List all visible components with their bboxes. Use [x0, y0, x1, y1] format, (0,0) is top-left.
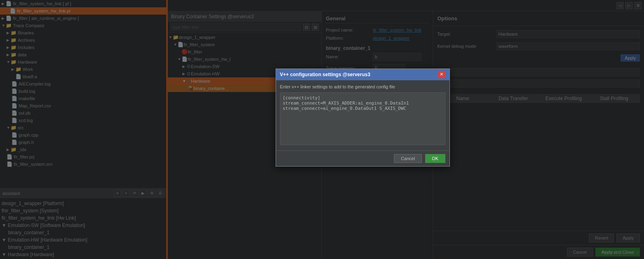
modal-ok-button[interactable]: OK: [425, 154, 445, 163]
modal-textarea[interactable]: [connectivity] stream_connect=M_AXIS_ADD…: [280, 92, 445, 145]
modal-cancel-button[interactable]: Cancel: [394, 154, 421, 163]
modal-titlebar: V++ configuration settings @serverus3 ✕: [276, 69, 449, 80]
modal-footer: Cancel OK: [276, 150, 449, 166]
modal-close-button[interactable]: ✕: [438, 71, 445, 78]
modal-overlay[interactable]: V++ configuration settings @serverus3 ✕ …: [0, 0, 644, 259]
modal-dialog: V++ configuration settings @serverus3 ✕ …: [276, 68, 450, 167]
modal-title: V++ configuration settings @serverus3: [280, 72, 370, 77]
modal-description: Enter v++ linker settings to add to the …: [280, 84, 445, 89]
modal-body: Enter v++ linker settings to add to the …: [276, 80, 449, 150]
